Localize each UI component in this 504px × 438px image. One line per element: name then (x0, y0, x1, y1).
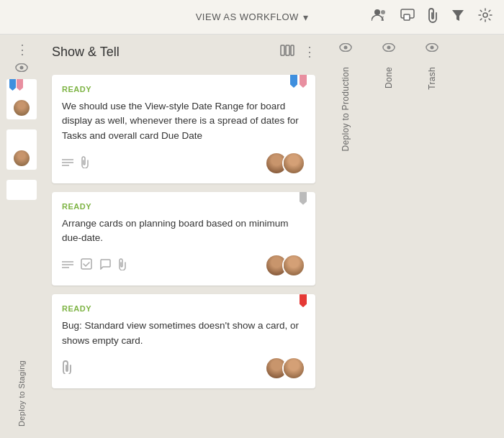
chat-bubble-icon[interactable] (99, 259, 111, 273)
card-2-status: READY (62, 202, 305, 211)
card-2-text: Arrange cards on planning board based on… (62, 216, 305, 246)
toolbar-center: VIEW AS WORKFLOW ▾ (196, 12, 309, 23)
done-eye-icon[interactable] (382, 40, 395, 55)
card-1-avatars (265, 152, 305, 175)
filter-icon[interactable] (451, 8, 465, 26)
trash-eye-icon[interactable] (426, 40, 438, 55)
toolbar-icons (372, 7, 492, 27)
card-1-actions (62, 155, 89, 171)
svg-rect-10 (291, 45, 294, 55)
card-1-footer (62, 152, 305, 175)
trash-label: Trash (427, 67, 437, 90)
svg-rect-3 (404, 14, 410, 20)
svg-rect-9 (286, 45, 289, 55)
dropdown-arrow-icon[interactable]: ▾ (303, 12, 309, 23)
card-1-status: READY (62, 85, 305, 93)
left-eye-icon[interactable] (15, 62, 28, 75)
lines-icon-2[interactable] (62, 259, 73, 272)
svg-rect-8 (281, 45, 284, 55)
show-tell-column: Show & Tell ⋮ (43, 35, 324, 438)
svg-marker-4 (452, 10, 464, 21)
card-3-avatars (265, 357, 305, 380)
card-3: READY Bug: Standard view sometimes doesn… (52, 294, 315, 388)
left-dots-icon[interactable]: ⋮ (16, 42, 28, 58)
columns-icon[interactable] (280, 45, 294, 60)
done-col: Done (367, 35, 410, 438)
card-2-footer (62, 254, 305, 277)
main-layout: ⋮ (0, 35, 504, 438)
deploy-production-eye-icon[interactable] (339, 40, 352, 55)
card-2: READY Arrange cards on planning board ba… (52, 192, 315, 286)
check-icon[interactable] (81, 258, 92, 273)
avatar-4 (282, 254, 305, 277)
svg-rect-17 (81, 259, 91, 269)
attachment-icon-3[interactable] (62, 360, 72, 377)
column-title: Show & Tell (52, 45, 274, 60)
avatar-2 (282, 152, 305, 175)
people-icon[interactable] (372, 9, 387, 25)
column-header: Show & Tell ⋮ (43, 35, 324, 69)
bookmark-gray (300, 192, 307, 205)
card-1-bookmarks (290, 75, 307, 88)
lines-icon[interactable] (62, 157, 73, 170)
card-2-bookmarks (300, 192, 307, 205)
card-1-text: We should use the View-style Date Range … (62, 99, 305, 143)
sidebar-card-2[interactable] (6, 129, 37, 170)
bookmark-red (300, 294, 307, 307)
chat-icon[interactable] (400, 9, 415, 25)
card-1: READY We should use the View-style Date … (52, 75, 315, 183)
card-3-status: READY (62, 304, 305, 313)
workflow-label[interactable]: VIEW AS WORKFLOW (196, 12, 299, 22)
attachment-icon[interactable] (81, 155, 89, 171)
svg-point-0 (374, 9, 380, 15)
svg-point-7 (20, 66, 24, 70)
card-2-actions (62, 257, 127, 273)
deploy-production-label: Deploy to Production (341, 67, 351, 151)
right-sidebar: Deploy to Production Done (324, 35, 504, 438)
card-3-bookmarks (300, 294, 307, 307)
cards-area: READY We should use the View-style Date … (43, 69, 324, 438)
deploy-staging-label: Deploy to Staging (17, 360, 26, 426)
gear-icon[interactable] (478, 8, 492, 26)
more-icon[interactable]: ⋮ (303, 44, 315, 60)
done-label: Done (384, 67, 394, 88)
sidebar-card-3[interactable] (6, 180, 37, 200)
column-area: Show & Tell ⋮ (43, 35, 504, 438)
card-3-actions (62, 360, 72, 377)
svg-point-1 (381, 10, 385, 14)
column-header-icons: ⋮ (280, 44, 315, 60)
left-sidebar: ⋮ (0, 35, 43, 438)
clip-icon[interactable] (428, 7, 438, 27)
card-3-footer (62, 357, 305, 380)
deploy-production-col: Deploy to Production (324, 35, 367, 438)
svg-point-19 (344, 46, 348, 50)
bookmark-blue (290, 75, 297, 88)
attachment-icon-2[interactable] (118, 257, 127, 273)
trash-col: Trash (410, 35, 454, 438)
avatar-6 (282, 357, 305, 380)
card-2-avatars (265, 254, 305, 277)
sidebar-card-1[interactable] (6, 79, 37, 119)
toolbar: VIEW AS WORKFLOW ▾ (0, 0, 504, 35)
bookmark-pink (300, 75, 307, 88)
svg-point-21 (387, 46, 391, 50)
svg-point-5 (483, 13, 487, 17)
card-3-text: Bug: Standard view sometimes doesn't sho… (62, 319, 305, 348)
svg-point-23 (431, 46, 434, 50)
